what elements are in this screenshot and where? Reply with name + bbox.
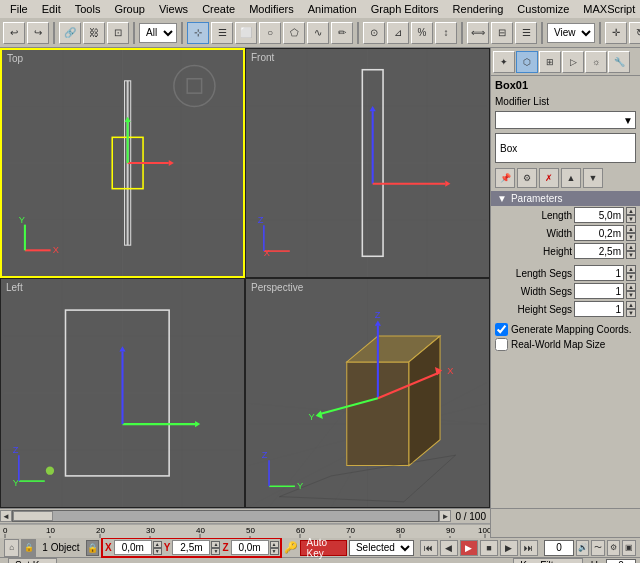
layer-manager-button[interactable]: ☰ (515, 22, 537, 44)
menu-maxscript[interactable]: MAXScript (577, 2, 640, 16)
mini-curve-btn[interactable]: 〜 (591, 540, 605, 556)
modifier-dropdown[interactable]: ▼ (495, 111, 636, 129)
timeline-right-arrow[interactable]: ► (439, 510, 451, 522)
selection-lock[interactable]: 🔒 (86, 540, 100, 556)
x-spinner[interactable]: ▲ ▼ (153, 541, 162, 555)
key-mode-btn[interactable]: ⌂ (4, 539, 19, 557)
lasso-selection-button[interactable]: ∿ (307, 22, 329, 44)
y-spinner[interactable]: ▲ ▼ (211, 541, 220, 555)
height-segs-input[interactable] (574, 301, 624, 317)
viewport-perspective[interactable]: Perspective (245, 278, 490, 508)
menu-modifiers[interactable]: Modifiers (243, 2, 300, 16)
remove-modifier-btn[interactable]: ✗ (539, 168, 559, 188)
width-input[interactable] (574, 225, 624, 241)
viewport-cfg-btn[interactable]: ▣ (622, 540, 636, 556)
time-cfg-btn[interactable]: ⚙ (607, 540, 621, 556)
width-segs-down[interactable]: ▼ (626, 291, 636, 299)
create-icon-btn[interactable]: ✦ (493, 51, 515, 73)
first-frame-btn[interactable]: ⏮ (420, 540, 438, 556)
autokey-button[interactable]: Auto Key (300, 540, 347, 556)
width-down[interactable]: ▼ (626, 233, 636, 241)
selected-dropdown[interactable]: Selected (349, 540, 414, 556)
pin-stack-btn[interactable]: 📌 (495, 168, 515, 188)
length-down[interactable]: ▼ (626, 215, 636, 223)
menu-create[interactable]: Create (196, 2, 241, 16)
frame-input[interactable] (544, 540, 574, 556)
angle-snap-button[interactable]: ⊿ (387, 22, 409, 44)
modifier-list-box[interactable]: Box (495, 133, 636, 163)
x-down[interactable]: ▼ (153, 548, 162, 555)
move-down-btn[interactable]: ▼ (583, 168, 603, 188)
menu-graph-editors[interactable]: Graph Editors (365, 2, 445, 16)
z-down[interactable]: ▼ (270, 548, 279, 555)
play-btn[interactable]: ▶ (460, 540, 478, 556)
length-segs-up[interactable]: ▲ (626, 265, 636, 273)
next-key-btn[interactable]: ▶ (500, 540, 518, 556)
height-segs-up[interactable]: ▲ (626, 301, 636, 309)
select-by-name-button[interactable]: ☰ (211, 22, 233, 44)
modify-icon-btn[interactable]: ⬡ (516, 51, 538, 73)
y-up[interactable]: ▲ (211, 541, 220, 548)
menu-file[interactable]: File (4, 2, 34, 16)
width-up[interactable]: ▲ (626, 225, 636, 233)
y-down[interactable]: ▼ (211, 548, 220, 555)
x-up[interactable]: ▲ (153, 541, 162, 548)
length-spinner[interactable]: ▲ ▼ (626, 207, 636, 223)
gen-mapping-checkbox[interactable] (495, 323, 508, 336)
z-up[interactable]: ▲ (270, 541, 279, 548)
menu-edit[interactable]: Edit (36, 2, 67, 16)
fence-selection-button[interactable]: ⬠ (283, 22, 305, 44)
paint-selection-button[interactable]: ✏ (331, 22, 353, 44)
real-world-checkbox[interactable] (495, 338, 508, 351)
height-spinner[interactable]: ▲ ▼ (626, 243, 636, 259)
last-frame-btn[interactable]: ⏭ (520, 540, 538, 556)
height-up[interactable]: ▲ (626, 243, 636, 251)
circle-selection-button[interactable]: ○ (259, 22, 281, 44)
timeline-left-arrow[interactable]: ◄ (0, 510, 12, 522)
select-link-button[interactable]: 🔗 (59, 22, 81, 44)
undo-button[interactable]: ↩ (3, 22, 25, 44)
sound-btn[interactable]: 🔊 (576, 540, 590, 556)
percent-snap-button[interactable]: % (411, 22, 433, 44)
align-button[interactable]: ⊟ (491, 22, 513, 44)
hierarchy-icon-btn[interactable]: ⊞ (539, 51, 561, 73)
timeline-scrollbar[interactable] (12, 510, 439, 522)
height-segs-down[interactable]: ▼ (626, 309, 636, 317)
bind-space-warp-button[interactable]: ⊡ (107, 22, 129, 44)
length-input[interactable] (574, 207, 624, 223)
rotate-button[interactable]: ↻ (629, 22, 640, 44)
snap-toggle-button[interactable]: ⊙ (363, 22, 385, 44)
hframe-input[interactable] (606, 559, 636, 564)
y-input[interactable] (172, 540, 210, 555)
width-segs-up[interactable]: ▲ (626, 283, 636, 291)
timeline-scroll-area[interactable]: ◄ ► 0 / 100 (0, 509, 490, 524)
unlink-button[interactable]: ⛓ (83, 22, 105, 44)
motion-icon-btn[interactable]: ▷ (562, 51, 584, 73)
timeline-thumb[interactable] (13, 511, 53, 521)
set-key-button[interactable]: Set Key (8, 558, 57, 564)
length-segs-spinner[interactable]: ▲ ▼ (626, 265, 636, 281)
x-input[interactable] (114, 540, 152, 555)
mirror-button[interactable]: ⟺ (467, 22, 489, 44)
viewport-front[interactable]: Front X Z (245, 48, 490, 278)
width-segs-spinner[interactable]: ▲ ▼ (626, 283, 636, 299)
z-input[interactable] (231, 540, 269, 555)
viewport-top[interactable]: Top X Y (0, 48, 245, 278)
display-icon-btn[interactable]: ☼ (585, 51, 607, 73)
rect-selection-button[interactable]: ⬜ (235, 22, 257, 44)
length-up[interactable]: ▲ (626, 207, 636, 215)
stop-btn[interactable]: ■ (480, 540, 498, 556)
params-collapse-arrow[interactable]: ▼ (497, 193, 507, 204)
height-input[interactable] (574, 243, 624, 259)
height-segs-spinner[interactable]: ▲ ▼ (626, 301, 636, 317)
menu-group[interactable]: Group (108, 2, 151, 16)
key-filters-button[interactable]: Key Filters... (513, 558, 583, 564)
length-segs-down[interactable]: ▼ (626, 273, 636, 281)
selection-filter-dropdown[interactable]: All (139, 23, 177, 43)
menu-tools[interactable]: Tools (69, 2, 107, 16)
prev-key-btn[interactable]: ◀ (440, 540, 458, 556)
move-up-btn[interactable]: ▲ (561, 168, 581, 188)
move-button[interactable]: ✛ (605, 22, 627, 44)
select-button[interactable]: ⊹ (187, 22, 209, 44)
width-segs-input[interactable] (574, 283, 624, 299)
